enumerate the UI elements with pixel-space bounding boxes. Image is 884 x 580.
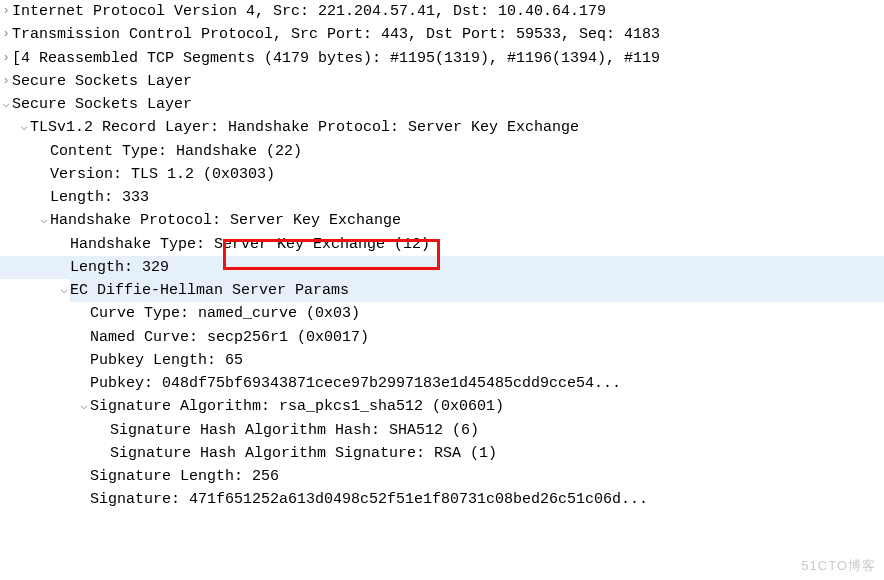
tree-item-handshake-type[interactable]: Handshake Type: Server Key Exchange (12) <box>0 233 884 256</box>
tree-label: Curve Type: named_curve (0x03) <box>90 302 884 325</box>
tree-item-curve-type[interactable]: Curve Type: named_curve (0x03) <box>0 302 884 325</box>
tree-label: Handshake Type: Server Key Exchange (12) <box>70 233 884 256</box>
tree-label: EC Diffie-Hellman Server Params <box>70 279 884 302</box>
chevron-down-icon[interactable]: ⌵ <box>78 395 90 418</box>
tree-item-sig-sig-alg[interactable]: Signature Hash Algorithm Signature: RSA … <box>0 442 884 465</box>
chevron-down-icon[interactable]: ⌵ <box>38 209 50 232</box>
tree-item-content-type[interactable]: Content Type: Handshake (22) <box>0 140 884 163</box>
tree-label: Pubkey Length: 65 <box>90 349 884 372</box>
tree-item-length-hs[interactable]: Length: 329 <box>0 256 884 279</box>
tree-label: Secure Sockets Layer <box>12 70 884 93</box>
tree-item-handshake-protocol[interactable]: ⌵ Handshake Protocol: Server Key Exchang… <box>0 209 884 232</box>
packet-details-pane[interactable]: › Internet Protocol Version 4, Src: 221.… <box>0 0 884 580</box>
tree-label: Named Curve: secp256r1 (0x0017) <box>90 326 884 349</box>
tree-label: Signature Hash Algorithm Hash: SHA512 (6… <box>110 419 884 442</box>
tree-label: Signature Length: 256 <box>90 465 884 488</box>
tree-label: Signature Hash Algorithm Signature: RSA … <box>110 442 884 465</box>
tree-label: Pubkey: 048df75bf69343871cece97b2997183e… <box>90 372 884 395</box>
tree-label: TLSv1.2 Record Layer: Handshake Protocol… <box>30 116 884 139</box>
tree-label: Handshake Protocol: Server Key Exchange <box>50 209 884 232</box>
hs-prefix: Handshake Protocol: <box>50 212 230 229</box>
tree-label: Transmission Control Protocol, Src Port:… <box>12 23 884 46</box>
chevron-down-icon[interactable]: ⌵ <box>0 93 12 116</box>
tree-item-version[interactable]: Version: TLS 1.2 (0x0303) <box>0 163 884 186</box>
tree-item-reassembled[interactable]: › [4 Reassembled TCP Segments (4179 byte… <box>0 47 884 70</box>
chevron-right-icon[interactable]: › <box>0 23 12 46</box>
tree-item-signature-length[interactable]: Signature Length: 256 <box>0 465 884 488</box>
tree-label: Length: 329 <box>70 256 884 279</box>
tree-item-ssl-1[interactable]: › Secure Sockets Layer <box>0 70 884 93</box>
tree-item-sig-hash-alg[interactable]: Signature Hash Algorithm Hash: SHA512 (6… <box>0 419 884 442</box>
tree-item-pubkey-length[interactable]: Pubkey Length: 65 <box>0 349 884 372</box>
chevron-down-icon[interactable]: ⌵ <box>58 279 70 302</box>
tree-item-tcp[interactable]: › Transmission Control Protocol, Src Por… <box>0 23 884 46</box>
tree-item-named-curve[interactable]: Named Curve: secp256r1 (0x0017) <box>0 326 884 349</box>
tree-label: Signature Algorithm: rsa_pkcs1_sha512 (0… <box>90 395 884 418</box>
tree-label: [4 Reassembled TCP Segments (4179 bytes)… <box>12 47 884 70</box>
tree-label: Secure Sockets Layer <box>12 93 884 116</box>
tree-label: Internet Protocol Version 4, Src: 221.20… <box>12 0 884 23</box>
tree-item-tls-record[interactable]: ⌵ TLSv1.2 Record Layer: Handshake Protoc… <box>0 116 884 139</box>
tree-item-pubkey[interactable]: Pubkey: 048df75bf69343871cece97b2997183e… <box>0 372 884 395</box>
tree-label: Content Type: Handshake (22) <box>50 140 884 163</box>
watermark-text: 51CTO博客 <box>801 556 876 576</box>
tree-item-signature-algorithm[interactable]: ⌵ Signature Algorithm: rsa_pkcs1_sha512 … <box>0 395 884 418</box>
hs-value: Server Key Exchange <box>230 212 401 229</box>
tree-item-length-record[interactable]: Length: 333 <box>0 186 884 209</box>
chevron-down-icon[interactable]: ⌵ <box>18 116 30 139</box>
chevron-right-icon[interactable]: › <box>0 47 12 70</box>
tree-label: Length: 333 <box>50 186 884 209</box>
tree-item-ssl-2[interactable]: ⌵ Secure Sockets Layer <box>0 93 884 116</box>
tree-item-signature-value[interactable]: Signature: 471f651252a613d0498c52f51e1f8… <box>0 488 884 511</box>
tree-item-ecdh-params[interactable]: ⌵ EC Diffie-Hellman Server Params <box>0 279 884 302</box>
chevron-right-icon[interactable]: › <box>0 70 12 93</box>
tree-label: Signature: 471f651252a613d0498c52f51e1f8… <box>90 488 884 511</box>
chevron-right-icon[interactable]: › <box>0 0 12 23</box>
tree-label: Version: TLS 1.2 (0x0303) <box>50 163 884 186</box>
tree-item-ipv4[interactable]: › Internet Protocol Version 4, Src: 221.… <box>0 0 884 23</box>
